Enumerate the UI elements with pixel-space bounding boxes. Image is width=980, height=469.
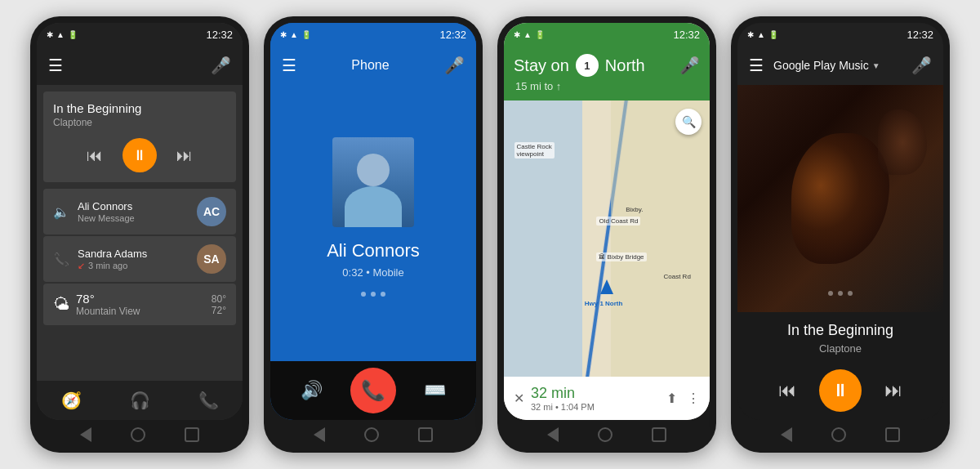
notif-name-ali: Ali Connors bbox=[78, 200, 189, 212]
signal-icon: ▲ bbox=[56, 30, 65, 39]
dropdown-icon[interactable]: ▼ bbox=[872, 61, 880, 70]
phone4-status-bar: ✱ ▲ 🔋 12:32 bbox=[737, 23, 943, 46]
mic-icon[interactable]: 🎤 bbox=[211, 56, 231, 75]
prev-track-icon[interactable]: ⏮ bbox=[778, 380, 796, 401]
coast-road-label: Coast Rd bbox=[661, 272, 693, 281]
music-card: In the Beginning Claptone ⏮ ⏸ ⏭ bbox=[43, 92, 236, 182]
phone2-status-icons: ✱ ▲ 🔋 bbox=[280, 30, 311, 39]
battery-icon: 🔋 bbox=[68, 30, 78, 39]
weather-lo: 72° bbox=[212, 305, 226, 316]
phone4-app-bar: ☰ Google Play Music ▼ 🎤 bbox=[737, 46, 943, 85]
battery-icon: 🔋 bbox=[301, 30, 311, 39]
more-icon[interactable]: ⋮ bbox=[687, 391, 700, 406]
menu-icon[interactable]: ☰ bbox=[48, 56, 63, 75]
signal-icon: ▲ bbox=[757, 30, 765, 39]
menu-icon[interactable]: ☰ bbox=[749, 56, 764, 75]
phone4-time: 12:32 bbox=[906, 29, 933, 41]
music4-title: In the Beginning bbox=[737, 322, 943, 339]
bluetooth-icon: ✱ bbox=[514, 30, 520, 39]
hwy1-label: Hwy 1 North bbox=[582, 299, 626, 308]
phone3-screen: ✱ ▲ 🔋 12:32 Stay on 1 North 🎤 15 mi to ↑ bbox=[504, 23, 710, 420]
back-button[interactable] bbox=[781, 427, 792, 442]
prev-track-icon[interactable]: ⏮ bbox=[87, 146, 103, 165]
back-button[interactable] bbox=[547, 427, 559, 442]
phone-app-title: Phone bbox=[306, 58, 434, 73]
eta-time: 32 min bbox=[531, 385, 595, 402]
next-track-icon[interactable]: ⏭ bbox=[884, 380, 902, 401]
ali-connors-notification[interactable]: 🔈 Ali Connors New Message AC bbox=[43, 189, 236, 234]
mic-icon[interactable]: 🎤 bbox=[911, 56, 932, 75]
maps-bottom-bar: ✕ 32 min 32 mi • 1:04 PM ⬆ ⋮ bbox=[504, 377, 710, 420]
headphones-icon[interactable]: 🎧 bbox=[130, 391, 150, 410]
back-button[interactable] bbox=[80, 427, 91, 442]
direction-label: Stay on bbox=[514, 56, 569, 75]
maps-mic-icon[interactable]: 🎤 bbox=[679, 56, 700, 75]
mic-icon[interactable]: 🎤 bbox=[444, 56, 465, 75]
gpm-title: Google Play Music ▼ bbox=[773, 59, 880, 72]
bixby-label: Bixby. bbox=[623, 205, 645, 214]
recents-button[interactable] bbox=[185, 427, 199, 442]
end-call-button[interactable]: 📞 bbox=[350, 368, 396, 413]
back-button[interactable] bbox=[314, 427, 325, 442]
home-button[interactable] bbox=[364, 427, 379, 442]
phone4-screen: ✱ ▲ 🔋 12:32 ☰ Google Play Music ▼ 🎤 bbox=[737, 23, 943, 420]
recents-button[interactable] bbox=[418, 427, 433, 442]
nav-arrow bbox=[600, 279, 613, 294]
notif-name-sandra: Sandra Adams bbox=[78, 248, 189, 260]
dot-2 bbox=[371, 292, 376, 297]
menu-icon[interactable]: ☰ bbox=[282, 56, 296, 75]
pause-button[interactable]: ⏸ bbox=[819, 369, 862, 412]
home-button[interactable] bbox=[131, 427, 145, 442]
pause-button[interactable]: ⏸ bbox=[122, 138, 157, 172]
album-art bbox=[737, 85, 943, 312]
music4-artist: Claptone bbox=[737, 342, 943, 355]
route-icon[interactable]: ⬆ bbox=[666, 391, 677, 406]
phone1-hardware-bar bbox=[37, 423, 243, 446]
next-track-icon[interactable]: ⏭ bbox=[176, 146, 193, 165]
call-icon: 📞 bbox=[53, 252, 69, 267]
notification-list: 🔈 Ali Connors New Message AC 📞 Sandra Ad… bbox=[43, 189, 236, 282]
phone4-hardware-bar bbox=[737, 423, 943, 446]
call-status: 0:32 • Mobile bbox=[342, 266, 403, 279]
speaker-icon[interactable]: 🔊 bbox=[301, 380, 323, 401]
sandra-avatar: SA bbox=[197, 244, 226, 274]
old-coast-label: Old Coast Rd bbox=[596, 217, 640, 226]
phone2-hardware-bar bbox=[270, 423, 476, 446]
maps-direction: Stay on 1 North 🎤 bbox=[514, 54, 700, 77]
recents-button[interactable] bbox=[652, 427, 666, 442]
map-search-button[interactable]: 🔍 bbox=[675, 109, 702, 135]
phone3-time: 12:32 bbox=[673, 29, 700, 41]
dot-3 bbox=[381, 292, 385, 297]
phone1-bottom-nav: 🧭 🎧 📞 bbox=[37, 381, 243, 420]
phone3-status-bar: ✱ ▲ 🔋 12:32 bbox=[504, 23, 710, 46]
home-button[interactable] bbox=[598, 427, 612, 442]
signal-icon: ▲ bbox=[523, 30, 532, 39]
maps-distance: 15 mi to ↑ bbox=[514, 80, 700, 92]
phone-3: ✱ ▲ 🔋 12:32 Stay on 1 North 🎤 15 mi to ↑ bbox=[497, 16, 716, 453]
phone1-screen: ✱ ▲ 🔋 12:32 ☰ 🎤 In the Beginning Clapton… bbox=[37, 23, 243, 420]
phone4-status-icons: ✱ ▲ 🔋 bbox=[747, 30, 778, 39]
map-area: Castle Rockviewpoint Old Coast Rd Bixby.… bbox=[504, 100, 710, 377]
sandra-adams-notification[interactable]: 📞 Sandra Adams ↙ 3 min ago SA bbox=[43, 236, 236, 282]
maps-nav-bar: Stay on 1 North 🎤 15 mi to ↑ bbox=[504, 46, 710, 100]
phone-icon[interactable]: 📞 bbox=[198, 391, 219, 410]
battery-icon: 🔋 bbox=[535, 30, 545, 39]
navigation-icon[interactable]: 🧭 bbox=[61, 391, 82, 410]
music4-info bbox=[737, 283, 943, 296]
close-icon[interactable]: ✕ bbox=[514, 391, 524, 406]
eta-detail: 32 mi • 1:04 PM bbox=[531, 402, 595, 412]
weather-icon: 🌤 bbox=[53, 295, 69, 314]
bixby-bridge-label: 🏛 Bixby Bridge bbox=[596, 252, 646, 261]
signal-icon: ▲ bbox=[290, 30, 298, 39]
battery-icon: 🔋 bbox=[768, 30, 778, 39]
recents-button[interactable] bbox=[885, 427, 900, 442]
home-button[interactable] bbox=[831, 427, 846, 442]
land-area bbox=[611, 100, 710, 377]
call-contact-name: Ali Connors bbox=[327, 240, 420, 261]
phone-4: ✱ ▲ 🔋 12:32 ☰ Google Play Music ▼ 🎤 bbox=[731, 16, 950, 453]
bluetooth-icon: ✱ bbox=[747, 30, 754, 39]
road-number: 1 bbox=[576, 54, 599, 77]
notif-sub-ali: New Message bbox=[78, 213, 189, 223]
keypad-icon[interactable]: ⌨️ bbox=[424, 380, 446, 401]
weather-hi: 80° bbox=[212, 293, 226, 305]
